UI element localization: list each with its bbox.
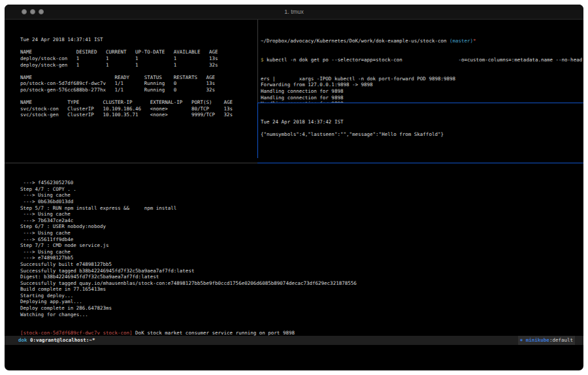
status-left: dok 0:vagrant@localhost:~* [18, 336, 95, 345]
titlebar[interactable]: 1. tmux [5, 5, 583, 20]
session-name: dok [18, 336, 27, 345]
git-branch: (master) [449, 38, 473, 44]
status-right: ⎈ minikube:default [518, 336, 575, 345]
cwd-path: ~/Dropbox/advocacy/Kubernetes/DoK/work/d… [261, 38, 449, 44]
docker-build-output: ---> f45623052760 Step 4/7 : COPY . . --… [20, 180, 583, 318]
pane-divider-vertical-inactive [257, 20, 258, 103]
kube-context: minikube [523, 336, 549, 345]
pod-log-message: DoK stock market consumer service runnin… [133, 330, 295, 336]
kube-namespace: :default [549, 336, 573, 345]
git-dirty-indicator: * [473, 38, 476, 44]
port-forward-output: ers | xargs -IPOD kubectl -n dok port-fo… [261, 76, 583, 103]
terminal-window: 1. tmux Tue 24 Apr 2018 14:37:41 IST NAM… [5, 5, 583, 370]
pod-log-prefix: [stock-con-5d7df689cf-dwc7v stock-con] [20, 330, 133, 336]
kubectl-watch-output: Tue 24 Apr 2018 14:37:41 IST NAME DESIRE… [20, 37, 257, 118]
shell-prompt: $ [261, 57, 267, 63]
pane-port-forward-shell[interactable]: ~/Dropbox/advocacy/Kubernetes/DoK/work/d… [258, 20, 583, 103]
curl-response-output: Tue 24 Apr 2018 14:37:42 IST {"numsymbol… [261, 119, 583, 138]
pane-divider-vertical-active [257, 103, 258, 158]
shell-cwd-line: ~/Dropbox/advocacy/Kubernetes/DoK/work/d… [261, 38, 583, 44]
window-title: 1. tmux [5, 8, 583, 15]
pane-build-log[interactable]: ---> f45623052760 Step 4/7 : COPY . . --… [5, 163, 583, 336]
pane-kubectl-watch[interactable]: Tue 24 Apr 2018 14:37:41 IST NAME DESIRE… [5, 20, 257, 158]
tmux-status-bar: dok 0:vagrant@localhost:~* ⎈ minikube:de… [5, 336, 583, 345]
pod-log-line: [stock-con-5d7df689cf-dwc7v stock-con] D… [20, 330, 583, 336]
pane-divider-horizontal-inactive [5, 163, 257, 163]
pane-curl-response[interactable]: Tue 24 Apr 2018 14:37:42 IST {"numsymbol… [258, 103, 583, 158]
window-label[interactable]: 0:vagrant@localhost:~* [27, 336, 95, 345]
pane-divider-horizontal-active-top [257, 103, 583, 103]
pane-divider-horizontal-active-bottom [257, 163, 583, 163]
port-forward-command: kubectl -n dok get po --selector=app=sto… [267, 57, 582, 63]
shell-command-line: $ kubectl -n dok get po --selector=app=s… [261, 57, 583, 63]
